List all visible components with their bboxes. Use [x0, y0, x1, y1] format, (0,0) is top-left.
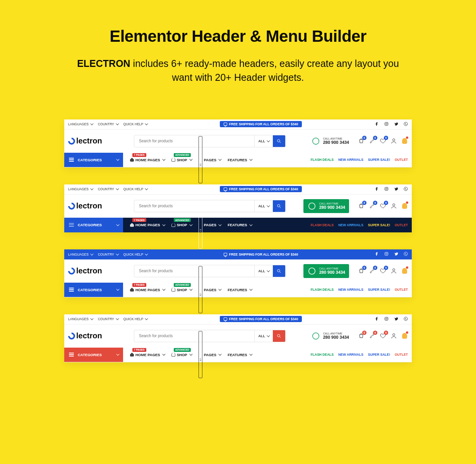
country-selector[interactable]: COUNTRY	[98, 252, 118, 256]
cart-icon[interactable]: 0	[358, 203, 365, 210]
quickhelp-link[interactable]: QUICK HELP	[123, 317, 147, 321]
nav-features[interactable]: FEATURES	[228, 223, 252, 227]
search-category[interactable]: ALL	[254, 135, 273, 147]
instagram-icon[interactable]	[384, 317, 389, 322]
nav-pages[interactable]: PAGES	[199, 136, 221, 183]
categories-button[interactable]: CATEGORIES	[64, 218, 123, 232]
instagram-icon[interactable]	[384, 187, 389, 192]
wishlist-icon[interactable]: 0	[379, 203, 386, 210]
country-selector[interactable]: COUNTRY	[98, 317, 118, 321]
wishlist-icon[interactable]: 0	[379, 333, 386, 339]
search-button[interactable]	[273, 135, 285, 147]
nav-shop[interactable]: SHOP ADVANCED	[171, 353, 192, 357]
call-anytime[interactable]: CALL ANYTIME280 900 3434	[311, 331, 349, 341]
nav-shop[interactable]: SHOP ADVANCED	[171, 288, 192, 292]
cart-icon[interactable]: 0	[358, 138, 365, 145]
search-input[interactable]	[134, 334, 254, 338]
wishlist-icon[interactable]: 0	[379, 138, 386, 145]
categories-button[interactable]: CATEGORIES	[64, 348, 123, 362]
facebook-icon[interactable]	[375, 122, 379, 127]
quickhelp-link[interactable]: QUICK HELP	[123, 122, 147, 126]
logo[interactable]: lectron	[68, 266, 134, 275]
link-new-arrivals[interactable]: NEW ARRIVALS	[338, 353, 363, 357]
compare-icon[interactable]: 0	[368, 333, 375, 339]
nav-pages[interactable]: PAGES	[199, 201, 221, 249]
nav-pages[interactable]: PAGES	[199, 331, 221, 378]
quickhelp-link[interactable]: QUICK HELP	[123, 187, 147, 191]
instagram-icon[interactable]	[384, 252, 389, 257]
categories-button[interactable]: CATEGORIES	[64, 153, 123, 167]
link-new-arrivals[interactable]: NEW ARRIVALS	[338, 223, 363, 227]
lang-selector[interactable]: LANGUAGES	[68, 252, 92, 256]
link-flash-deals[interactable]: FLASH DEALS	[311, 353, 334, 357]
nav-features[interactable]: FEATURES	[228, 288, 252, 292]
search-input[interactable]	[134, 269, 254, 273]
link-new-arrivals[interactable]: NEW ARRIVALS	[338, 288, 363, 292]
search-category[interactable]: ALL	[254, 265, 273, 277]
link-flash-deals[interactable]: FLASH DEALS	[311, 158, 334, 162]
nav-home[interactable]: HOME PAGES 7 PAGES	[130, 288, 164, 292]
call-anytime[interactable]: CALL ANYTIME280 900 3434	[311, 136, 349, 146]
country-selector[interactable]: COUNTRY	[98, 122, 118, 126]
viber-icon[interactable]	[404, 187, 408, 192]
account-icon[interactable]	[390, 203, 397, 210]
lang-selector[interactable]: LANGUAGES	[68, 187, 92, 191]
account-icon[interactable]	[390, 268, 397, 275]
call-anytime[interactable]: CALL ANYTIME280 900 3434	[303, 199, 349, 213]
link-super-sale[interactable]: SUPER SALE!	[368, 353, 390, 357]
nav-shop[interactable]: SHOP ADVANCED	[171, 158, 192, 162]
twitter-icon[interactable]	[394, 252, 398, 257]
nav-home[interactable]: HOME PAGES 7 PAGES	[130, 223, 164, 227]
link-outlet[interactable]: OUTLET	[395, 158, 408, 162]
account-icon[interactable]	[390, 333, 397, 339]
notifications-icon[interactable]	[401, 333, 408, 339]
logo[interactable]: lectron	[68, 201, 134, 210]
facebook-icon[interactable]	[375, 317, 379, 322]
lang-selector[interactable]: LANGUAGES	[68, 122, 92, 126]
nav-home[interactable]: HOME PAGES 7 PAGES	[130, 353, 164, 357]
link-super-sale[interactable]: SUPER SALE!	[368, 158, 390, 162]
link-outlet[interactable]: OUTLET	[395, 288, 408, 292]
wishlist-icon[interactable]: 0	[379, 268, 386, 275]
link-super-sale[interactable]: SUPER SALE!	[368, 288, 390, 292]
search-input[interactable]	[134, 204, 254, 208]
twitter-icon[interactable]	[394, 317, 398, 322]
link-flash-deals[interactable]: FLASH DEALS	[311, 288, 334, 292]
compare-icon[interactable]: 0	[368, 138, 375, 145]
compare-icon[interactable]: 0	[368, 268, 375, 275]
link-flash-deals[interactable]: FLASH DEALS	[311, 223, 334, 227]
country-selector[interactable]: COUNTRY	[98, 187, 118, 191]
search-button[interactable]	[273, 200, 285, 212]
account-icon[interactable]	[390, 138, 397, 145]
search-category[interactable]: ALL	[254, 200, 273, 212]
notifications-icon[interactable]	[401, 203, 408, 210]
nav-home[interactable]: HOME PAGES 7 PAGES	[130, 158, 164, 162]
search-input[interactable]	[134, 139, 254, 143]
viber-icon[interactable]	[404, 252, 408, 257]
categories-button[interactable]: CATEGORIES	[64, 283, 123, 297]
logo[interactable]: lectron	[68, 331, 134, 340]
viber-icon[interactable]	[404, 317, 408, 322]
viber-icon[interactable]	[404, 122, 408, 127]
nav-features[interactable]: FEATURES	[228, 158, 252, 162]
call-anytime[interactable]: CALL ANYTIME280 900 3434	[303, 264, 349, 278]
nav-shop[interactable]: SHOP ADVANCED	[171, 223, 192, 227]
twitter-icon[interactable]	[394, 187, 398, 192]
link-outlet[interactable]: OUTLET	[395, 353, 408, 357]
search-button[interactable]	[273, 265, 285, 277]
search-button[interactable]	[273, 330, 285, 342]
link-outlet[interactable]: OUTLET	[395, 223, 408, 227]
logo[interactable]: lectron	[68, 136, 134, 145]
quickhelp-link[interactable]: QUICK HELP	[123, 252, 147, 256]
facebook-icon[interactable]	[375, 252, 379, 257]
notifications-icon[interactable]	[401, 138, 408, 145]
link-new-arrivals[interactable]: NEW ARRIVALS	[338, 158, 363, 162]
search-category[interactable]: ALL	[254, 330, 273, 342]
nav-pages[interactable]: PAGES	[199, 266, 221, 313]
nav-features[interactable]: FEATURES	[228, 353, 252, 357]
facebook-icon[interactable]	[375, 187, 379, 192]
notifications-icon[interactable]	[401, 268, 408, 275]
cart-icon[interactable]: 0	[358, 268, 365, 275]
twitter-icon[interactable]	[394, 122, 398, 127]
instagram-icon[interactable]	[384, 122, 389, 127]
